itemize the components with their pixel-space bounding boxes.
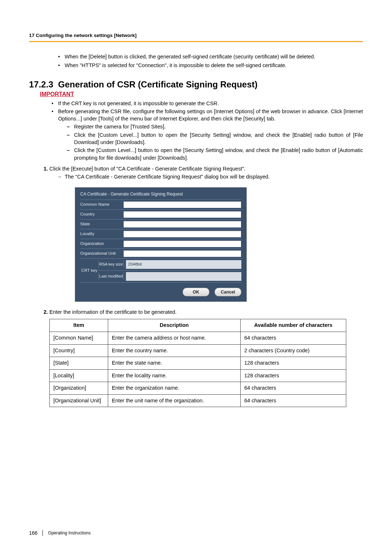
- label-common-name: Common Name: [80, 201, 123, 208]
- label-last-modified: Last modified: [98, 272, 124, 280]
- section-title: Generation of CSR (Certificate Signing R…: [58, 79, 257, 89]
- input-org-unit[interactable]: [123, 250, 241, 257]
- label-crt-key: CRT key: [80, 259, 98, 282]
- page-number: 166: [29, 530, 43, 536]
- th-item: Item: [50, 319, 108, 332]
- intro-bullet-list: When the [Delete] button is clicked, the…: [57, 53, 363, 69]
- intro-bullet: When the [Delete] button is clicked, the…: [57, 53, 363, 60]
- label-locality: Locality: [80, 231, 123, 237]
- important-label: IMPORTANT: [40, 91, 363, 98]
- table-row: [State]Enter the state name.128 characte…: [50, 357, 346, 370]
- input-locality[interactable]: [123, 230, 241, 238]
- important-bullet: Before generating the CSR file, configur…: [51, 108, 363, 161]
- table-row: [Organization]Enter the organization nam…: [50, 382, 346, 395]
- th-available: Available number of characters: [241, 319, 346, 332]
- input-country[interactable]: [123, 211, 241, 218]
- section-number: 17.2.3: [29, 79, 53, 89]
- table-row: [Locality]Enter the locality name.128 ch…: [50, 369, 346, 382]
- table-row: [Organizational Unit]Enter the unit name…: [50, 394, 346, 407]
- step-list: Click the [Execute] button of "CA Certif…: [40, 165, 363, 407]
- label-country: Country: [80, 211, 123, 217]
- table-row: [Common Name]Enter the camera address or…: [50, 332, 346, 344]
- header-rule: [29, 41, 363, 42]
- label-rsa-key-size: RSA key size: [98, 260, 124, 268]
- value-last-modified: [126, 272, 241, 281]
- important-dash: Register the camera for [Trusted Sites].: [67, 123, 363, 130]
- label-state: State: [80, 221, 123, 227]
- input-organization[interactable]: [123, 240, 241, 247]
- section-heading: 17.2.3 Generation of CSR (Certificate Si…: [29, 79, 363, 90]
- th-description: Description: [108, 319, 241, 332]
- important-list: If the CRT key is not generated, it is i…: [51, 100, 363, 161]
- label-organization: Organization: [80, 241, 123, 247]
- input-state[interactable]: [123, 221, 241, 228]
- ok-button[interactable]: OK: [183, 288, 209, 296]
- chapter-header: 17 Configuring the network settings [Net…: [29, 33, 363, 38]
- step-1: Click the [Execute] button of "CA Certif…: [49, 165, 363, 302]
- csr-dialog: CA Certificate - Generate Certificate Si…: [75, 187, 247, 301]
- step-2: Enter the information of the certificate…: [49, 308, 363, 407]
- intro-bullet: When "HTTPS" is selected for "Connection…: [57, 62, 363, 69]
- value-rsa-key-size: 2048bit: [126, 260, 241, 269]
- doc-title: Operating Instructions: [48, 530, 90, 535]
- important-sublist: Register the camera for [Trusted Sites].…: [67, 123, 363, 161]
- page-footer: 166 Operating Instructions: [29, 530, 91, 536]
- dialog-title: CA Certificate - Generate Certificate Si…: [80, 191, 241, 197]
- important-dash: Click the [Custom Level...] button to op…: [67, 131, 363, 146]
- table-row: [Country]Enter the country name.2 charac…: [50, 344, 346, 357]
- certificate-info-table: Item Description Available number of cha…: [49, 319, 346, 407]
- label-org-unit: Organizational Unit: [80, 250, 123, 257]
- step-1-result: The "CA Certificate - Generate Certifica…: [65, 174, 270, 180]
- cancel-button[interactable]: Cancel: [215, 288, 241, 296]
- important-dash: Click the [Custom Level...] button to op…: [67, 147, 363, 161]
- input-common-name[interactable]: [123, 201, 241, 208]
- important-bullet: If the CRT key is not generated, it is i…: [51, 100, 363, 107]
